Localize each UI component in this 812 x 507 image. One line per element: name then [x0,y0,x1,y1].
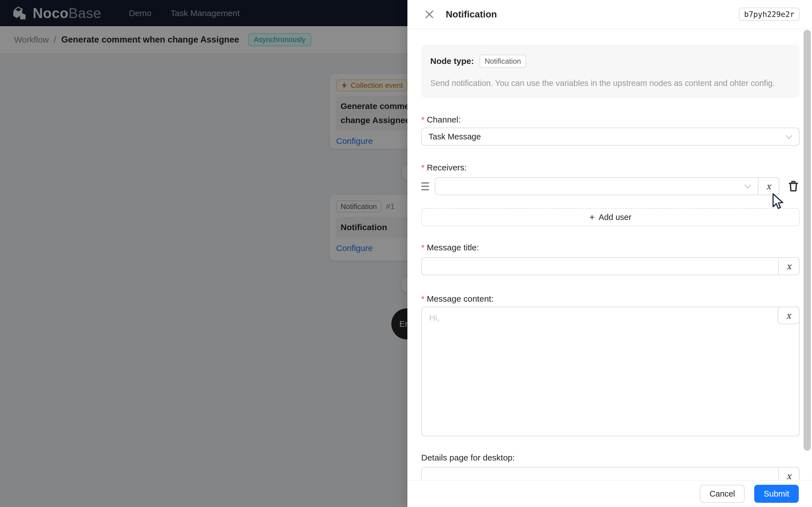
details-page-input[interactable] [428,471,771,480]
message-content-label-text: Message content: [427,294,494,304]
receiver-variable-button[interactable]: x [758,177,779,195]
node-type-description: Send notification. You can use the varia… [430,77,791,89]
message-content-wrap: x [421,307,800,436]
drag-handle-icon[interactable] [421,182,429,190]
receiver-select[interactable] [435,177,758,195]
plus-icon: + [590,213,595,222]
message-content-variable-button[interactable]: x [777,307,800,324]
message-title-variable-button[interactable]: x [778,257,800,275]
channel-label-text: Channel: [427,115,461,124]
notification-config-drawer: Notification b7pyh229e2r Node type: Noti… [407,0,812,507]
screen: NocoBase Demo Task Management Workflow /… [0,0,812,507]
details-page-group: x [421,467,800,480]
details-page-label: Details page for desktop: [421,453,800,463]
receiver-input-group: x [435,177,779,195]
details-page-input-wrap [421,467,778,480]
chevron-down-icon [785,132,792,142]
channel-select[interactable]: Task Message [421,128,800,146]
delete-receiver-button[interactable] [787,180,800,193]
required-mark: * [421,243,424,252]
channel-label: * Channel: [421,115,800,125]
required-mark: * [421,115,424,124]
message-title-input[interactable] [428,262,771,271]
drawer-footer: Cancel Submit [407,480,812,507]
message-content-label: * Message content: [421,294,800,304]
message-title-label: * Message title: [421,242,800,252]
details-page-variable-button[interactable]: x [778,467,800,480]
required-mark: * [421,163,424,172]
drawer-title: Notification [446,9,497,20]
node-type-label: Node type: [430,56,474,66]
receivers-label: * Receivers: [421,163,800,173]
drawer-header: Notification b7pyh229e2r [407,0,812,29]
node-type-card: Node type: Notification Send notificatio… [421,45,800,98]
receivers-label-text: Receivers: [427,163,467,172]
node-id-tag: b7pyh229e2r [739,8,800,21]
add-user-button-label: Add user [599,213,631,222]
details-page-label-text: Details page for desktop: [421,453,515,462]
channel-select-value: Task Message [428,132,481,142]
message-title-group: x [421,257,800,275]
close-icon[interactable] [423,8,436,20]
message-title-input-wrap [421,257,778,275]
required-mark: * [421,294,424,304]
node-type-tag: Notification [479,55,526,68]
trash-icon [787,180,800,193]
receiver-row: x [421,177,800,195]
drawer-body: Node type: Notification Send notificatio… [407,29,812,480]
submit-button[interactable]: Submit [754,485,799,503]
cancel-button[interactable]: Cancel [700,485,744,503]
drawer-scrollbar-thumb[interactable] [804,30,811,451]
add-user-button[interactable]: + Add user [421,208,800,226]
chevron-down-icon [744,182,751,191]
message-title-label-text: Message title: [427,243,479,252]
message-content-textarea[interactable] [422,307,799,436]
